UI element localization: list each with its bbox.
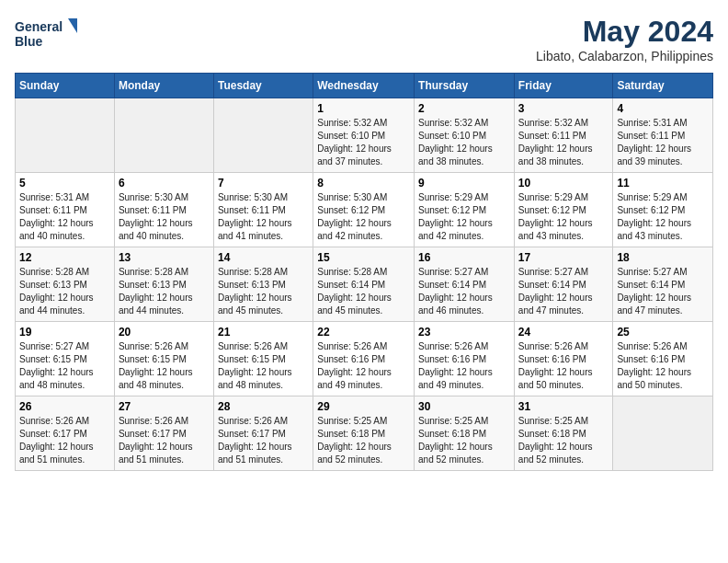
week-row-2: 5Sunrise: 5:31 AM Sunset: 6:11 PM Daylig… [16,173,713,247]
day-info: Sunrise: 5:26 AM Sunset: 6:16 PM Dayligh… [317,340,410,392]
calendar-cell: 16Sunrise: 5:27 AM Sunset: 6:14 PM Dayli… [415,247,515,322]
day-info: Sunrise: 5:29 AM Sunset: 6:12 PM Dayligh… [617,191,709,243]
calendar-cell: 21Sunrise: 5:26 AM Sunset: 6:15 PM Dayli… [213,322,313,396]
day-info: Sunrise: 5:27 AM Sunset: 6:14 PM Dayligh… [617,266,709,317]
day-info: Sunrise: 5:25 AM Sunset: 6:18 PM Dayligh… [317,415,410,466]
calendar-cell: 9Sunrise: 5:29 AM Sunset: 6:12 PM Daylig… [415,173,515,247]
calendar-cell: 18Sunrise: 5:27 AM Sunset: 6:14 PM Dayli… [613,247,713,322]
header-thursday: Thursday [415,74,515,98]
calendar-cell: 22Sunrise: 5:26 AM Sunset: 6:16 PM Dayli… [313,322,415,396]
calendar-table: SundayMondayTuesdayWednesdayThursdayFrid… [15,73,713,471]
day-number: 9 [418,177,510,190]
calendar-cell: 28Sunrise: 5:26 AM Sunset: 6:17 PM Dayli… [213,396,313,471]
calendar-cell: 26Sunrise: 5:26 AM Sunset: 6:17 PM Dayli… [16,396,115,471]
day-number: 4 [617,102,709,115]
day-info: Sunrise: 5:29 AM Sunset: 6:12 PM Dayligh… [518,191,609,243]
header-sunday: Sunday [16,74,115,98]
day-number: 14 [218,251,309,264]
week-row-5: 26Sunrise: 5:26 AM Sunset: 6:17 PM Dayli… [16,396,713,471]
day-number: 2 [418,102,510,115]
day-number: 12 [19,251,110,264]
calendar-cell: 10Sunrise: 5:29 AM Sunset: 6:12 PM Dayli… [514,173,613,247]
day-number: 19 [19,326,110,339]
day-info: Sunrise: 5:26 AM Sunset: 6:16 PM Dayligh… [617,340,709,392]
day-info: Sunrise: 5:26 AM Sunset: 6:16 PM Dayligh… [518,340,609,392]
calendar-cell: 17Sunrise: 5:27 AM Sunset: 6:14 PM Dayli… [514,247,613,322]
day-info: Sunrise: 5:27 AM Sunset: 6:14 PM Dayligh… [518,266,609,317]
day-number: 3 [518,102,609,115]
calendar-cell: 25Sunrise: 5:26 AM Sunset: 6:16 PM Dayli… [613,322,713,396]
day-info: Sunrise: 5:25 AM Sunset: 6:18 PM Dayligh… [418,415,510,466]
svg-marker-2 [68,18,77,33]
day-number: 25 [617,326,709,339]
day-info: Sunrise: 5:27 AM Sunset: 6:15 PM Dayligh… [19,340,110,392]
day-info: Sunrise: 5:32 AM Sunset: 6:10 PM Dayligh… [317,117,410,168]
day-number: 18 [617,251,709,264]
day-info: Sunrise: 5:26 AM Sunset: 6:16 PM Dayligh… [418,340,510,392]
day-number: 8 [317,177,410,190]
days-header-row: SundayMondayTuesdayWednesdayThursdayFrid… [16,74,713,98]
day-info: Sunrise: 5:30 AM Sunset: 6:11 PM Dayligh… [119,191,210,243]
logo-svg: General Blue [15,15,79,55]
month-year-title: May 2024 [536,15,713,49]
calendar-cell: 31Sunrise: 5:25 AM Sunset: 6:18 PM Dayli… [514,396,613,471]
day-number: 24 [518,326,609,339]
day-info: Sunrise: 5:26 AM Sunset: 6:15 PM Dayligh… [218,340,309,392]
day-number: 31 [518,400,609,413]
day-number: 16 [418,251,510,264]
calendar-cell: 12Sunrise: 5:28 AM Sunset: 6:13 PM Dayli… [16,247,115,322]
day-info: Sunrise: 5:26 AM Sunset: 6:17 PM Dayligh… [19,415,110,466]
calendar-cell: 15Sunrise: 5:28 AM Sunset: 6:14 PM Dayli… [313,247,415,322]
calendar-cell [16,98,115,173]
page-header: General Blue May 2024 Libato, Calabarzon… [15,15,713,63]
calendar-cell [213,98,313,173]
day-info: Sunrise: 5:31 AM Sunset: 6:11 PM Dayligh… [19,191,110,243]
day-number: 11 [617,177,709,190]
day-info: Sunrise: 5:26 AM Sunset: 6:15 PM Dayligh… [119,340,210,392]
day-info: Sunrise: 5:28 AM Sunset: 6:13 PM Dayligh… [218,266,309,317]
day-number: 20 [119,326,210,339]
day-number: 28 [218,400,309,413]
calendar-cell [613,396,713,471]
header-friday: Friday [514,74,613,98]
day-info: Sunrise: 5:32 AM Sunset: 6:10 PM Dayligh… [418,117,510,168]
week-row-4: 19Sunrise: 5:27 AM Sunset: 6:15 PM Dayli… [16,322,713,396]
calendar-cell: 1Sunrise: 5:32 AM Sunset: 6:10 PM Daylig… [313,98,415,173]
day-info: Sunrise: 5:32 AM Sunset: 6:11 PM Dayligh… [518,117,609,168]
day-info: Sunrise: 5:28 AM Sunset: 6:13 PM Dayligh… [119,266,210,317]
calendar-cell: 2Sunrise: 5:32 AM Sunset: 6:10 PM Daylig… [415,98,515,173]
location-subtitle: Libato, Calabarzon, Philippines [536,49,713,63]
day-number: 6 [119,177,210,190]
calendar-cell: 8Sunrise: 5:30 AM Sunset: 6:12 PM Daylig… [313,173,415,247]
calendar-cell: 29Sunrise: 5:25 AM Sunset: 6:18 PM Dayli… [313,396,415,471]
calendar-cell: 14Sunrise: 5:28 AM Sunset: 6:13 PM Dayli… [213,247,313,322]
calendar-cell: 4Sunrise: 5:31 AM Sunset: 6:11 PM Daylig… [613,98,713,173]
title-block: May 2024 Libato, Calabarzon, Philippines [536,15,713,63]
day-info: Sunrise: 5:28 AM Sunset: 6:14 PM Dayligh… [317,266,410,317]
calendar-cell: 23Sunrise: 5:26 AM Sunset: 6:16 PM Dayli… [415,322,515,396]
day-number: 22 [317,326,410,339]
day-number: 23 [418,326,510,339]
day-info: Sunrise: 5:29 AM Sunset: 6:12 PM Dayligh… [418,191,510,243]
day-number: 10 [518,177,609,190]
day-info: Sunrise: 5:26 AM Sunset: 6:17 PM Dayligh… [119,415,210,466]
week-row-3: 12Sunrise: 5:28 AM Sunset: 6:13 PM Dayli… [16,247,713,322]
logo: General Blue [15,15,79,55]
day-number: 17 [518,251,609,264]
day-info: Sunrise: 5:30 AM Sunset: 6:12 PM Dayligh… [317,191,410,243]
day-number: 30 [418,400,510,413]
calendar-cell: 6Sunrise: 5:30 AM Sunset: 6:11 PM Daylig… [114,173,213,247]
header-tuesday: Tuesday [213,74,313,98]
calendar-cell: 11Sunrise: 5:29 AM Sunset: 6:12 PM Dayli… [613,173,713,247]
day-number: 29 [317,400,410,413]
day-info: Sunrise: 5:26 AM Sunset: 6:17 PM Dayligh… [218,415,309,466]
calendar-cell: 5Sunrise: 5:31 AM Sunset: 6:11 PM Daylig… [16,173,115,247]
calendar-cell [114,98,213,173]
day-number: 13 [119,251,210,264]
day-number: 21 [218,326,309,339]
calendar-cell: 27Sunrise: 5:26 AM Sunset: 6:17 PM Dayli… [114,396,213,471]
calendar-cell: 24Sunrise: 5:26 AM Sunset: 6:16 PM Dayli… [514,322,613,396]
day-number: 7 [218,177,309,190]
day-number: 5 [19,177,110,190]
calendar-cell: 19Sunrise: 5:27 AM Sunset: 6:15 PM Dayli… [16,322,115,396]
